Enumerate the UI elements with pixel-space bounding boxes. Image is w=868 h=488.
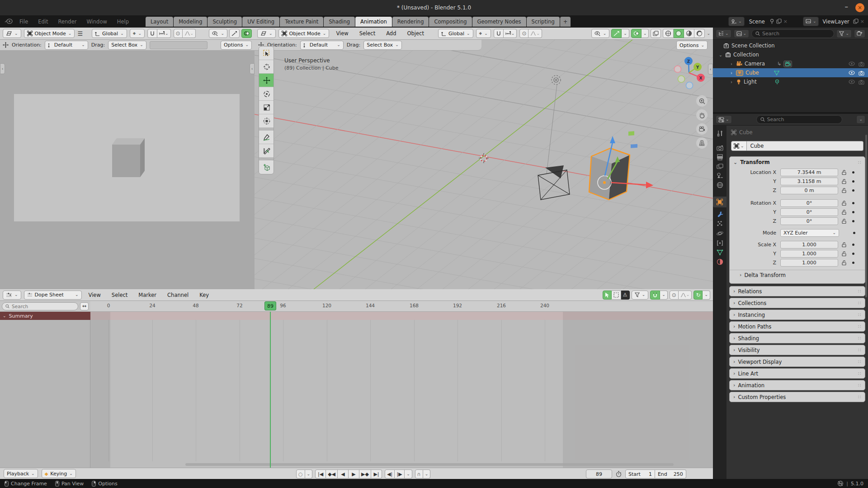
overlays-dropdown[interactable]: ⌄ xyxy=(642,29,649,38)
start-frame-field[interactable]: Start 1 xyxy=(625,469,655,479)
menu-view[interactable]: View xyxy=(85,292,105,298)
editor-type-button[interactable]: ⌄ xyxy=(257,29,276,38)
shading-dropdown[interactable]: ⌄ xyxy=(707,32,710,36)
expand-icon[interactable]: ⌄ xyxy=(718,52,723,57)
tab-view-layer-icon[interactable] xyxy=(717,164,723,169)
panel-relations[interactable]: ›Relations∷ xyxy=(729,286,865,296)
drag-handle-icon[interactable]: ∷ xyxy=(858,160,861,165)
editor-type-button[interactable]: ⌄ xyxy=(3,29,21,38)
snap-dropdown[interactable]: ⌄ xyxy=(660,291,668,300)
transform-orientation-dropdown[interactable]: Global ⌄ xyxy=(92,29,127,38)
menu-marker[interactable]: Marker xyxy=(134,292,160,298)
keyframe-area[interactable] xyxy=(90,312,713,468)
animate-dot[interactable] xyxy=(852,211,854,213)
render-visibility-icon[interactable] xyxy=(859,80,864,84)
lock-icon[interactable] xyxy=(842,251,846,256)
show-overlays-toggle[interactable] xyxy=(631,29,642,38)
animate-dot[interactable] xyxy=(852,189,854,192)
animate-dot[interactable] xyxy=(852,171,854,174)
prev-keyframe-button[interactable]: ◆◀ xyxy=(326,469,338,479)
animate-dot[interactable] xyxy=(852,180,854,183)
axis-neg-x-ball[interactable] xyxy=(675,66,681,73)
row-collection[interactable]: ⌄ Collection xyxy=(713,50,868,59)
hide-icon[interactable] xyxy=(849,70,855,75)
jump-to-start-button[interactable]: |◀ xyxy=(315,469,326,479)
add-cube-tool[interactable] xyxy=(259,160,274,174)
lock-icon[interactable] xyxy=(842,210,846,215)
viewlayer-name[interactable]: ViewLayer xyxy=(821,19,851,25)
properties-options-dropdown[interactable]: ⌄ xyxy=(856,115,865,124)
orthographic-toggle-button[interactable] xyxy=(696,137,708,149)
gizmos-dropdown[interactable]: ⌄ xyxy=(622,29,629,38)
properties-search-input[interactable] xyxy=(767,117,838,122)
properties-search[interactable] xyxy=(756,115,842,124)
tab-rendering[interactable]: Rendering xyxy=(392,17,429,27)
tab-world-icon[interactable] xyxy=(717,182,723,188)
location-y-field[interactable]: 3.1158 m xyxy=(780,178,838,185)
toolbar-expand-handle[interactable]: ‹ xyxy=(0,63,5,74)
tab-compositing[interactable]: Compositing xyxy=(429,17,472,27)
menu-select[interactable]: Select xyxy=(108,292,132,298)
mesh-data-icon[interactable] xyxy=(774,70,779,75)
step-forward-button[interactable]: |▶ xyxy=(395,469,405,479)
horizontal-scrollbar[interactable] xyxy=(185,463,674,466)
panel-line-art[interactable]: ›Line Art∷ xyxy=(729,368,865,379)
properties-editor-type[interactable]: ⌄ xyxy=(716,115,732,124)
row-cube-selected[interactable]: › Cube xyxy=(713,68,868,77)
minimize-button[interactable]: – xyxy=(845,3,849,11)
playhead-line[interactable] xyxy=(270,312,271,468)
current-frame-field[interactable]: 89 xyxy=(586,469,612,479)
timeline-ruler[interactable]: 0 24 48 72 96 120 144 168 192 216 240 xyxy=(90,301,713,312)
menu-file[interactable]: File xyxy=(14,19,33,25)
drag-handle-icon[interactable]: ∷ xyxy=(858,289,861,294)
lock-icon[interactable] xyxy=(842,179,846,184)
zoom-button[interactable] xyxy=(696,95,708,107)
rotation-x-field[interactable]: 0° xyxy=(780,199,838,207)
step-back-button[interactable]: ◀| xyxy=(385,469,395,479)
keying-dropdown[interactable]: ◆ Keying ⌄ xyxy=(42,469,76,478)
light-object[interactable] xyxy=(552,75,561,84)
tab-output-icon[interactable] xyxy=(717,154,723,160)
expand-icon[interactable]: › xyxy=(729,70,734,75)
sidebar-expand-handle[interactable]: ‹ xyxy=(250,63,255,74)
gizmos-toggle[interactable] xyxy=(229,29,240,38)
cursor-tool[interactable] xyxy=(259,60,274,74)
panel-visibility[interactable]: ›Visibility∷ xyxy=(729,345,865,355)
shading-rendered-button[interactable] xyxy=(694,29,705,38)
outliner-filter-dropdown[interactable]: ⌄ xyxy=(836,29,852,38)
drag-handle-icon[interactable]: ∷ xyxy=(858,371,861,376)
delta-transform-subpanel[interactable]: › Delta Transform xyxy=(730,270,865,280)
play-button[interactable]: ▶ xyxy=(349,469,359,479)
tab-scene-icon[interactable] xyxy=(717,173,723,178)
rotation-z-field[interactable]: 0° xyxy=(780,217,838,225)
menu-add[interactable]: Add xyxy=(382,30,400,37)
animate-dot[interactable] xyxy=(852,202,854,204)
playhead-badge[interactable]: 89 xyxy=(264,301,276,310)
animate-dot[interactable] xyxy=(853,232,855,234)
snap-settings-dropdown[interactable]: ⌄ xyxy=(504,29,517,38)
loop-dropdown[interactable]: ⌄ xyxy=(423,469,431,479)
scale-x-field[interactable]: 1.000 xyxy=(780,241,838,249)
playback-dropdown[interactable]: Playback ⌄ xyxy=(4,469,38,478)
tab-object-active[interactable] xyxy=(713,197,726,207)
drag-handle-icon[interactable]: ∷ xyxy=(858,300,861,305)
menu-render[interactable]: Render xyxy=(53,19,82,25)
properties-scrollbar[interactable] xyxy=(865,135,867,297)
auto-merge-dropdown[interactable]: ⌄ xyxy=(703,291,710,300)
summary-channel[interactable]: ⌄ Summary xyxy=(0,312,90,320)
hide-icon[interactable] xyxy=(849,80,855,84)
snap-toggle[interactable] xyxy=(494,29,504,38)
panel-motion-paths[interactable]: ›Motion Paths∷ xyxy=(729,321,865,332)
viewlayer-browse-button[interactable]: ⌄ xyxy=(803,17,819,26)
select-box-tool[interactable] xyxy=(259,47,274,60)
drag-handle-icon[interactable]: ∷ xyxy=(858,394,861,399)
end-frame-field[interactable]: End 250 xyxy=(655,469,686,479)
gizmo-visibility-dropdown[interactable]: ⌄ xyxy=(591,29,610,38)
outliner-search[interactable] xyxy=(751,29,834,38)
xray-toggle[interactable] xyxy=(651,29,661,38)
gizmo-plane-handle-green[interactable] xyxy=(628,131,634,136)
lock-icon[interactable] xyxy=(842,188,846,193)
loop-toggle[interactable]: ∩ xyxy=(415,469,423,479)
filter-dropdown[interactable]: ⌄ xyxy=(632,291,649,300)
sidebar-expand-handle[interactable]: ‹ xyxy=(708,64,713,75)
